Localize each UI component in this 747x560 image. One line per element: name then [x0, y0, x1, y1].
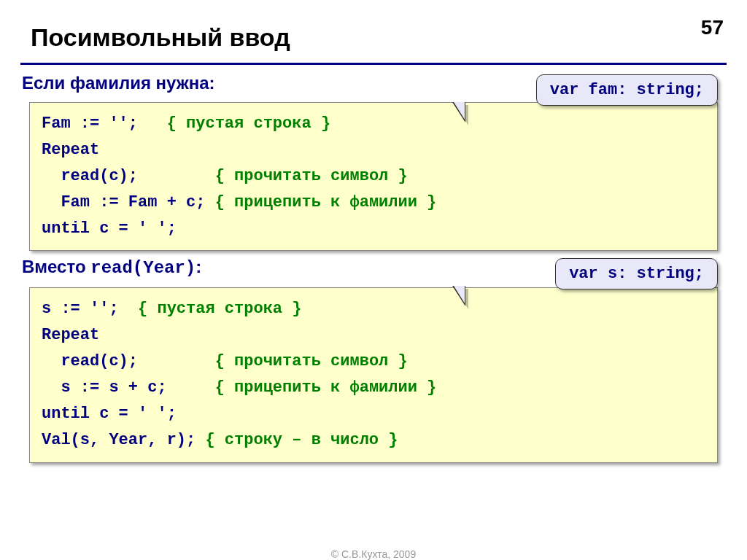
code1-line4-code: Fam := Fam + c; — [42, 193, 215, 211]
code2-line5: until c = ' '; — [42, 405, 177, 423]
subhead2-post: : — [196, 257, 201, 276]
callout-2: var s: string; — [555, 258, 718, 289]
code-block-1: Fam := ''; { пустая строка } Repeat read… — [29, 102, 718, 251]
code2-line1-code: s := ''; — [42, 300, 138, 318]
code1-line4-comment: { прицепить к фамилии } — [215, 193, 437, 211]
code2-line1-comment: { пустая строка } — [138, 300, 301, 318]
code2-line3-comment: { прочитать символ } — [215, 352, 408, 370]
code1-line1-code: Fam := ''; — [42, 114, 167, 133]
title-divider — [20, 63, 727, 65]
footer-copyright: © С.В.Кухта, 2009 — [0, 548, 747, 560]
code2-line6-code: Val(s, Year, r); — [42, 431, 205, 449]
slide-title: Посимвольный ввод — [31, 23, 290, 52]
code2-line6-comment: { строку – в число } — [205, 431, 398, 449]
callout-1: var fam: string; — [536, 74, 718, 106]
code2-line4-comment: { прицепить к фамилии } — [215, 378, 437, 397]
code2-line3-code: read(c); — [42, 352, 215, 370]
code1-line3-code: read(c); — [42, 167, 215, 185]
code1-line2: Repeat — [42, 141, 99, 159]
page-number: 57 — [701, 16, 724, 39]
subheading-1: Если фамилия нужна: — [22, 73, 215, 93]
subhead2-mono: read(Year) — [90, 258, 196, 278]
code1-line3-comment: { прочитать символ } — [215, 167, 408, 185]
code2-line4-code: s := s + c; — [42, 378, 215, 397]
code2-line2: Repeat — [42, 326, 99, 344]
code1-line1-comment: { пустая строка } — [167, 114, 330, 133]
code-block-2: s := ''; { пустая строка } Repeat read(c… — [29, 287, 718, 463]
code1-line5: until c = ' '; — [42, 219, 177, 238]
subheading-2: Вместо read(Year): — [22, 257, 201, 278]
subhead2-pre: Вместо — [22, 257, 90, 276]
